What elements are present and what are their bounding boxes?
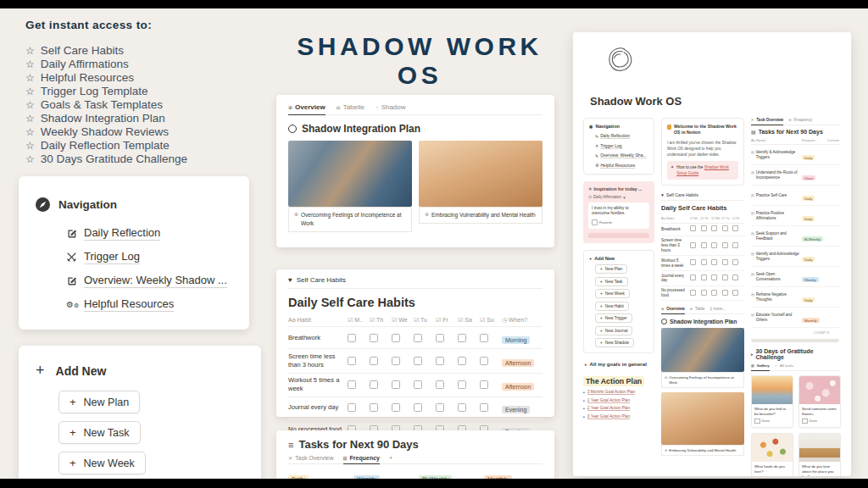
checkbox[interactable] [732, 290, 738, 296]
checkbox[interactable] [348, 357, 356, 365]
done-checkbox[interactable] [802, 419, 808, 424]
notion-new-button[interactable]: +New Task [595, 277, 628, 286]
notion-nav-link[interactable]: ⚙Helpful Resources [595, 163, 648, 169]
checkbox[interactable] [414, 357, 422, 365]
tab-gallery[interactable]: ▦ Gallery [751, 363, 770, 371]
breadcrumb[interactable]: ♥Self Care Habits [661, 192, 744, 201]
checkbox[interactable] [711, 290, 717, 296]
checkbox[interactable] [392, 403, 400, 412]
checkbox[interactable] [732, 242, 738, 248]
checkbox[interactable] [690, 242, 696, 248]
checkbox[interactable] [732, 225, 738, 231]
checkbox[interactable] [370, 334, 378, 342]
tab-frequency[interactable]: ⊞Frequency [343, 455, 380, 464]
action-plan-link[interactable]: •3 Year Goal Action Plan [583, 414, 654, 419]
checkbox[interactable] [701, 242, 707, 248]
checkbox[interactable] [414, 403, 422, 412]
action-plan-link[interactable]: •3 Months Goal Action Plan [583, 390, 654, 395]
gallery-card[interactable]: Send someone some flowers Done [798, 375, 841, 428]
checkbox[interactable] [701, 290, 707, 296]
checkbox[interactable] [392, 334, 400, 342]
notion-plan-page[interactable]: ⊕Overcoming Feelings of Incompetence at … [661, 328, 744, 388]
when-tag[interactable]: Afternoon [502, 359, 534, 367]
checkbox[interactable] [458, 357, 466, 365]
nav-link-daily-reflection[interactable]: Daily Reflection [66, 226, 232, 241]
action-plan-link[interactable]: •2 Year Goal Action Plan [583, 406, 654, 411]
new-plan-button[interactable]: +New Plan [58, 391, 140, 413]
checkbox[interactable] [722, 225, 728, 231]
notion-new-button[interactable]: +New Plan [595, 264, 627, 274]
notion-new-button[interactable]: +New Week [595, 289, 630, 298]
when-tag[interactable]: Evening [502, 406, 530, 413]
checkbox[interactable] [414, 380, 422, 389]
horizontal-scrollbar[interactable] [751, 339, 839, 342]
notion-task-row[interactable]: ▤Seek Open ConversationsWeekly [751, 267, 841, 287]
tab-overview[interactable]: ⊕Overview [288, 103, 326, 115]
checkbox[interactable] [722, 259, 728, 265]
checkbox[interactable] [392, 357, 400, 365]
gallery-card[interactable]: What foods do you love? Done [751, 433, 793, 476]
notion-task-row[interactable]: ▤Identify & Acknowledge TriggersDaily [751, 145, 841, 165]
notion-new-button[interactable]: +New Shadow [595, 338, 634, 347]
notion-nav-link[interactable]: ✕Trigger Log [595, 143, 648, 149]
checkbox[interactable] [480, 380, 488, 389]
tab-tabelle[interactable]: ⊞Tabelle [337, 103, 364, 111]
notion-task-row[interactable]: ▤Practice Positive AffirmationsDaily [751, 206, 841, 226]
checkbox[interactable] [480, 334, 488, 342]
nav-link-trigger-log[interactable]: Trigger Log [66, 250, 232, 264]
tab-shadow[interactable]: ○Shadow [376, 103, 406, 111]
checkbox[interactable] [711, 259, 717, 265]
checkbox[interactable] [690, 259, 696, 265]
tab-more[interactable]: 1 more... [710, 307, 726, 311]
checkbox[interactable] [348, 334, 356, 342]
notion-new-button[interactable]: +New Journal [595, 326, 632, 336]
checkbox[interactable] [458, 380, 466, 389]
checkbox[interactable] [722, 242, 728, 248]
checkbox[interactable] [701, 259, 707, 265]
gallery-card[interactable]: What do you find to be beautiful? Done [751, 375, 793, 428]
checkbox[interactable] [732, 259, 738, 265]
checkbox[interactable] [711, 242, 717, 248]
checkbox[interactable] [690, 225, 696, 231]
checkbox[interactable] [690, 274, 696, 280]
tab-frequency[interactable]: ⊞ Frequency [788, 118, 812, 122]
checkbox[interactable] [711, 225, 717, 231]
checkbox[interactable] [458, 334, 466, 342]
checkbox[interactable] [414, 334, 422, 342]
nav-link-weekly-overview[interactable]: Overview: Weekly Shadow ... [66, 274, 232, 288]
checkbox[interactable] [711, 274, 717, 280]
checkbox[interactable] [348, 380, 356, 389]
checkbox[interactable] [722, 274, 728, 280]
new-task-button[interactable]: +New Task [58, 421, 141, 444]
notion-task-row[interactable]: ▤Understand the Roots of IncompetenceOnc… [751, 165, 841, 186]
notion-task-row[interactable]: ▤Practice Self-CareDaily [751, 186, 841, 206]
action-plan-link[interactable]: •1 Year Goal Action Plan [583, 398, 654, 403]
checkbox[interactable] [370, 357, 378, 365]
checkbox[interactable] [458, 403, 466, 412]
plan-page-vulnerability[interactable]: ⊕Embracing Vulnerability and Mental Heal… [419, 141, 542, 232]
checkbox[interactable] [701, 274, 707, 280]
tab-all-tasks[interactable]: ✓ All tasks [775, 363, 794, 368]
notion-new-button[interactable]: +New Habit [595, 302, 629, 311]
checkbox[interactable] [690, 290, 696, 296]
checkbox[interactable] [701, 225, 707, 231]
new-week-button[interactable]: +New Week [58, 452, 146, 474]
checkbox[interactable] [732, 274, 738, 280]
daily-affirmation-toggle[interactable]: ◷Daily Affirmation▾ [588, 195, 649, 200]
checkbox[interactable] [348, 403, 356, 412]
when-tag[interactable]: Morning [502, 336, 530, 344]
notion-plan-page[interactable]: ⊕Embracing Vulnerability and Mental Heal… [661, 392, 744, 456]
notion-task-row[interactable]: ▤Educate Yourself and OthersMonthly [751, 308, 841, 328]
notion-task-row[interactable]: ▤Reframe Negative ThoughtsDaily [751, 287, 841, 308]
checkbox[interactable] [370, 380, 378, 389]
tab-table[interactable]: ⊞ Table [690, 307, 705, 311]
checkbox[interactable] [480, 357, 488, 365]
checkbox[interactable] [722, 290, 728, 296]
checkbox[interactable] [370, 403, 378, 412]
tab-task-overview[interactable]: ✕ Task Overview [751, 118, 783, 125]
plan-page-office[interactable]: ⊕Overcoming Feelings of Incompetence at … [288, 141, 412, 232]
breadcrumb[interactable]: ♥ Self Care Habits [288, 276, 542, 289]
checkbox[interactable] [480, 403, 488, 412]
checkbox[interactable] [436, 334, 444, 342]
checkbox[interactable] [436, 403, 444, 412]
